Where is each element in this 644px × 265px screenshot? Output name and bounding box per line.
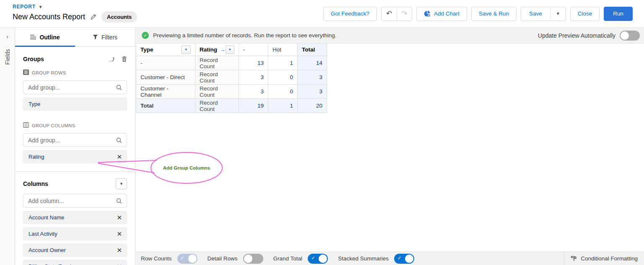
group-rows-label: GROUP ROWS [23, 69, 127, 76]
row-total-cell: 3 [298, 70, 327, 85]
fields-rail-label[interactable]: Fields [4, 49, 11, 64]
success-check-icon: ✓ [142, 32, 149, 39]
undo-icon: ↶ [386, 9, 392, 18]
remove-chip-icon[interactable]: ✕ [117, 231, 122, 237]
add-group-field[interactable] [28, 137, 116, 144]
caret-down-icon: ▼ [184, 48, 188, 51]
value-cell: 0 [268, 70, 298, 85]
row-total-cell: 3 [298, 85, 327, 99]
remove-chip-icon[interactable]: ✕ [117, 154, 122, 160]
edit-title-icon[interactable] [90, 14, 96, 20]
group-rows-icon [23, 69, 29, 76]
detail-rows-toggle[interactable]: ✓ [243, 254, 263, 264]
report-builder-app: REPORT ▼ New Accounts Report Accounts Go… [0, 0, 644, 265]
type-header-menu-button[interactable]: ▼ [181, 46, 191, 54]
column-group-chip-rating[interactable]: Rating ✕ [23, 150, 127, 163]
row-total-cell: 14 [298, 56, 327, 70]
preview-area: ✓ Previewing a limited number of records… [136, 28, 644, 265]
preview-banner: ✓ Previewing a limited number of records… [136, 28, 644, 44]
run-button[interactable]: Run [604, 7, 633, 21]
caret-down-icon: ▼ [228, 48, 231, 51]
sort-direction-arrow-icon: → [220, 46, 226, 53]
stacked-summaries-toggle[interactable]: ✓ [394, 254, 414, 264]
add-chart-button[interactable]: Add Chart [416, 7, 467, 21]
save-and-run-button[interactable]: Save & Run [471, 7, 517, 21]
grand-total-label: Total [136, 99, 195, 113]
toolbar: Got Feedback? ↶ ↷ Add Chart Save & Run [323, 0, 644, 27]
redo-icon: ↷ [401, 9, 407, 18]
save-menu-button[interactable]: ▼ [550, 7, 566, 21]
section-divider [15, 171, 135, 172]
object-badge: Accounts [101, 11, 137, 23]
row-group-chip-type[interactable]: Type [23, 98, 127, 111]
add-column-group-input[interactable] [23, 133, 127, 147]
outline-list-icon [30, 35, 36, 40]
measure-label: Record Count [195, 85, 239, 99]
add-column-field[interactable] [28, 198, 116, 204]
value-cell: 3 [239, 70, 268, 85]
move-groups-icon[interactable] [109, 56, 115, 62]
remove-chip-icon[interactable]: ✕ [117, 263, 122, 265]
remove-chip-icon[interactable]: ✕ [117, 247, 122, 253]
remove-chip-icon[interactable]: ✕ [117, 214, 122, 221]
add-row-group-input[interactable] [23, 80, 127, 94]
total-value-cell: 1 [268, 99, 298, 113]
column-header-total: Total [298, 44, 327, 56]
total-value-cell: 19 [239, 99, 268, 113]
value-cell: 0 [268, 85, 298, 99]
delete-groups-trash-icon[interactable] [122, 56, 127, 62]
feedback-button[interactable]: Got Feedback? [323, 7, 377, 21]
caret-down-icon: ▼ [119, 182, 123, 186]
caret-down-icon: ▼ [39, 5, 43, 9]
paint-roller-icon [571, 255, 577, 262]
column-chip[interactable]: Account Name ✕ [23, 211, 127, 224]
close-button[interactable]: Close [570, 7, 600, 21]
add-group-field[interactable] [28, 84, 116, 91]
table-header-type: Type ▼ [136, 44, 195, 56]
report-type-menu[interactable]: REPORT ▼ [13, 4, 137, 10]
row-counts-label: Row Counts [141, 255, 172, 262]
grand-total-toggle[interactable]: ✓ [308, 254, 328, 264]
add-column-input[interactable] [23, 194, 127, 208]
preview-footer-bar: Row Counts ✓ Detail Rows ✓ Grand Total ✓… [136, 252, 644, 265]
search-icon [116, 198, 122, 204]
value-cell: 1 [268, 56, 298, 70]
columns-section-title: Columns [23, 180, 48, 187]
tab-filters[interactable]: Filters [75, 28, 135, 46]
report-label: REPORT [13, 4, 36, 10]
groups-section-title: Groups [23, 56, 44, 62]
search-icon [116, 137, 122, 143]
banner-message: Previewing a limited number of records. … [153, 32, 336, 39]
search-icon [116, 85, 122, 90]
undo-button[interactable]: ↶ [382, 7, 397, 21]
group-columns-icon [23, 122, 29, 129]
column-chip[interactable]: Account Owner ✕ [23, 244, 127, 257]
auto-update-toggle[interactable]: ✓ [620, 31, 640, 41]
measure-label: Record Count [195, 70, 239, 85]
detail-rows-label: Detail Rows [208, 255, 238, 262]
tab-outline[interactable]: Outline [15, 28, 75, 46]
row-counts-toggle[interactable]: ✓ [177, 254, 197, 264]
table-header-rating: Rating → ▼ [195, 44, 239, 56]
save-split-button: Save ▼ [521, 7, 566, 21]
preview-table: Type ▼ Rating → ▼ - Hot Total - Record C… [136, 44, 327, 113]
row-group-label: Customer - Direct [136, 70, 195, 85]
value-cell: 3 [239, 85, 268, 99]
redo-button[interactable]: ↷ [397, 7, 412, 21]
column-chip[interactable]: Last Activity ✕ [23, 227, 127, 240]
expand-fields-chevron-icon[interactable]: › [6, 33, 8, 40]
conditional-formatting-button[interactable]: Conditional Formatting [564, 252, 644, 265]
outline-panel: Outline Filters Groups [15, 28, 135, 265]
rating-header-menu-button[interactable]: ▼ [226, 46, 235, 54]
group-columns-label: GROUP COLUMNS [23, 122, 127, 129]
undo-redo-group: ↶ ↷ [381, 7, 412, 21]
save-button[interactable]: Save [521, 7, 550, 21]
grand-total-label: Grand Total [273, 255, 303, 262]
top-bar: REPORT ▼ New Accounts Report Accounts Go… [0, 0, 644, 28]
column-chip[interactable]: Billing State/Province ✕ [23, 260, 127, 265]
value-cell: 13 [239, 56, 268, 70]
columns-menu-button[interactable]: ▼ [116, 178, 127, 189]
stacked-summaries-label: Stacked Summaries [338, 255, 389, 262]
auto-update-label: Update Preview Automatically [538, 32, 615, 39]
filter-funnel-icon [93, 34, 98, 40]
